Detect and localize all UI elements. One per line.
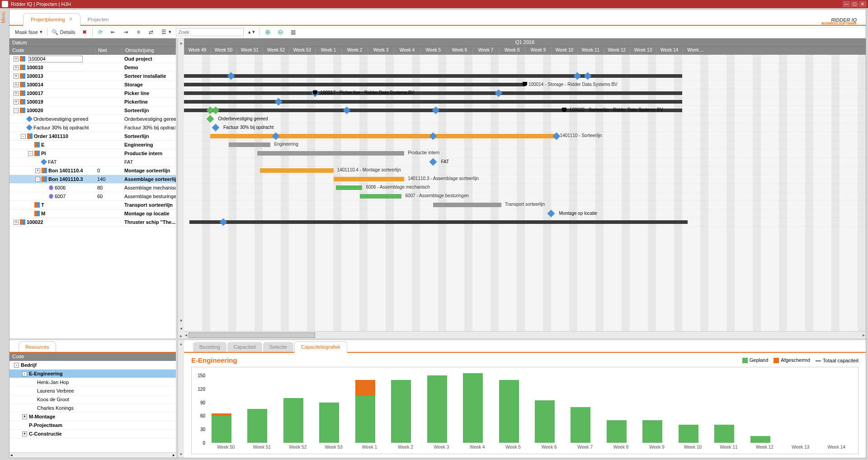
close-button[interactable]: ✕ (859, 1, 866, 7)
app-icon (2, 1, 8, 7)
minimize-button[interactable]: — (843, 1, 850, 7)
titlebar: Ridder IQ | Projecten | HJH — ▢ ✕ (0, 0, 868, 8)
window-title: Ridder IQ | Projecten | HJH (11, 1, 71, 7)
maximize-button[interactable]: ▢ (851, 1, 858, 7)
